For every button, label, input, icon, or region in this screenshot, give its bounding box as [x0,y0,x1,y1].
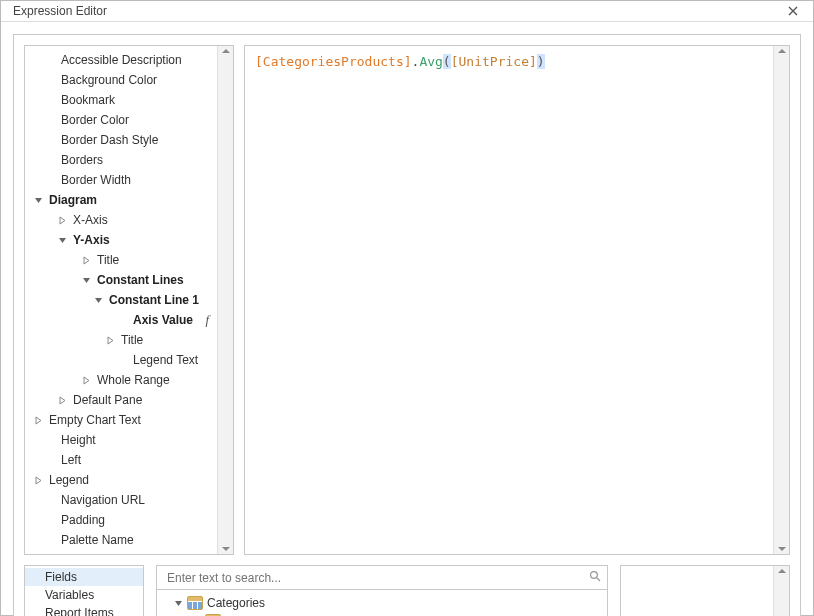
chevron-right-icon[interactable] [81,375,91,385]
chevron-right-icon[interactable] [33,415,43,425]
property-tree-label: Constant Lines [95,272,186,288]
chevron-right-icon[interactable] [57,395,67,405]
search-icon[interactable] [589,570,601,585]
property-tree-label: Background Color [59,72,159,88]
property-tree-item[interactable]: Empty Chart Text [25,410,217,430]
window-title: Expression Editor [13,4,107,18]
scroll-up-icon [778,49,786,53]
splitter-1[interactable] [144,565,156,616]
property-tree-label: Title [95,252,121,268]
property-tree-item[interactable]: Borders [25,150,217,170]
property-tree-label: Default Pane [71,392,144,408]
property-tree-label: Left [59,452,83,468]
property-tree-item[interactable]: Diagram [25,190,217,210]
scroll-down-icon [222,547,230,551]
fields-tree-item[interactable]: CategoriesProducts [159,612,605,616]
category-item[interactable]: Fields [25,568,143,586]
bottom-row: FieldsVariablesReport ItemsConstantsOper… [24,565,790,616]
expander-spacer [117,315,127,325]
expander-spacer [45,95,55,105]
expander-spacer [45,135,55,145]
property-tree-item[interactable]: X-Axis [25,210,217,230]
property-tree-label: X-Axis [71,212,110,228]
property-tree-item[interactable]: Left [25,450,217,470]
chevron-right-icon[interactable] [81,255,91,265]
property-tree-item[interactable]: Axis Valuef [25,310,217,330]
expander-spacer [45,55,55,65]
property-tree-label: Diagram [47,192,99,208]
expander-spacer [45,495,55,505]
category-label: Fields [45,570,77,584]
chevron-right-icon[interactable] [57,215,67,225]
chevron-down-icon[interactable] [81,275,91,285]
property-tree-item[interactable]: Palette Name [25,530,217,550]
expander-spacer [117,355,127,365]
main-panel: Accessible DescriptionBackground ColorBo… [13,34,801,616]
property-tree-label: Legend [47,472,91,488]
property-tree-label: Whole Range [95,372,172,388]
description-content [621,566,773,616]
property-tree-item[interactable]: Border Width [25,170,217,190]
property-tree-label: Empty Chart Text [47,412,143,428]
fields-tree-root[interactable]: Categories [159,594,605,612]
chevron-right-icon[interactable] [33,475,43,485]
property-tree-item[interactable]: Legend Text [25,350,217,370]
property-tree-label: Constant Line 1 [107,292,201,308]
close-button[interactable] [783,1,803,21]
property-tree-label: Legend Text [131,352,200,368]
property-tree-item[interactable]: Background Color [25,70,217,90]
chevron-down-icon[interactable] [57,235,67,245]
property-tree-label: Border Dash Style [59,132,160,148]
property-tree-item[interactable]: Y-Axis [25,230,217,250]
property-tree-label: Height [59,432,98,448]
property-tree-item[interactable]: Accessible Description [25,50,217,70]
expander-spacer [45,175,55,185]
property-tree-label: Palette Name [59,532,136,548]
property-tree-item[interactable]: Legend [25,470,217,490]
category-item[interactable]: Variables [25,586,143,604]
description-panel [620,565,790,616]
property-tree-item[interactable]: Title [25,330,217,350]
property-tree-label: Border Width [59,172,133,188]
property-tree-item[interactable]: Border Color [25,110,217,130]
property-tree-item[interactable]: Default Pane [25,390,217,410]
property-tree-label: Navigation URL [59,492,147,508]
expander-spacer [45,515,55,525]
chevron-down-icon[interactable] [173,598,183,608]
property-tree-item[interactable]: Padding [25,510,217,530]
expression-textarea[interactable]: [CategoriesProducts].Avg([UnitPrice]) [244,45,790,555]
fields-panel: CategoriesCategoriesProducts12CategoryID… [156,565,608,616]
property-tree[interactable]: Accessible DescriptionBackground ColorBo… [25,46,217,554]
fields-tree[interactable]: CategoriesCategoriesProducts12CategoryID… [157,590,607,616]
property-tree-item[interactable]: Border Dash Style [25,130,217,150]
description-scrollbar[interactable] [773,566,789,616]
chevron-down-icon[interactable] [93,295,103,305]
expander-spacer [45,435,55,445]
property-tree-item[interactable]: Title [25,250,217,270]
category-list[interactable]: FieldsVariablesReport ItemsConstantsOper… [24,565,144,616]
expander-spacer [45,115,55,125]
property-tree-item[interactable]: Navigation URL [25,490,217,510]
scroll-up-icon [222,49,230,53]
category-item[interactable]: Report Items [25,604,143,616]
expander-spacer [45,535,55,545]
expression-scrollbar[interactable] [773,46,789,554]
search-input[interactable] [165,570,589,586]
chevron-down-icon[interactable] [33,195,43,205]
property-tree-item[interactable]: Height [25,430,217,450]
splitter-2[interactable] [608,565,620,616]
property-tree-label: Border Color [59,112,131,128]
fx-icon: f [205,312,209,328]
property-tree-label: Y-Axis [71,232,112,248]
property-tree-label: Borders [59,152,105,168]
property-tree-item[interactable]: Constant Line 1 [25,290,217,310]
property-tree-item[interactable]: Bookmark [25,90,217,110]
close-icon [788,6,798,16]
property-tree-item[interactable]: Constant Lines [25,270,217,290]
property-tree-label: Axis Value [131,312,195,328]
chevron-right-icon[interactable] [105,335,115,345]
property-tree-item[interactable]: Whole Range [25,370,217,390]
property-tree-scrollbar[interactable] [217,46,233,554]
expander-spacer [45,155,55,165]
expander-spacer [45,75,55,85]
